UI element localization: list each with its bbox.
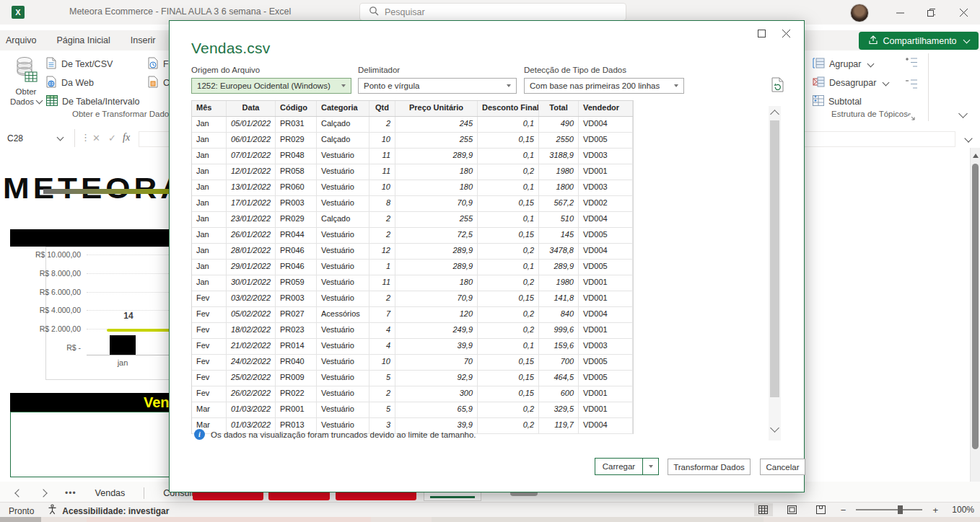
cell: 0,2 <box>478 307 539 322</box>
prev-sheet-icon[interactable] <box>14 489 22 497</box>
sheet-tab-vendas[interactable]: Vendas <box>95 488 126 498</box>
cell: 999,6 <box>539 323 579 338</box>
excel-app-icon[interactable]: X <box>12 6 25 19</box>
ribbon-button-text-csv[interactable]: De Text/CSV <box>46 55 139 74</box>
ribbon-button-web[interactable]: Da Web <box>46 74 139 92</box>
dropdown-file-origin[interactable]: 1252: Europeu Ocidental (Windows) <box>191 78 351 94</box>
cell: 17/01/2022 <box>227 196 276 211</box>
dropdown-delimiter[interactable]: Ponto e vírgula <box>358 78 517 94</box>
vscroll-thumb[interactable] <box>972 164 979 449</box>
dialog-close-icon[interactable] <box>775 24 797 43</box>
cell: Fev <box>192 323 227 338</box>
share-button[interactable]: Compartilhamento <box>859 32 979 50</box>
insert-function-icon[interactable]: fx <box>123 132 130 143</box>
scroll-up-icon[interactable] <box>973 154 979 158</box>
cell: 05/01/2022 <box>227 117 276 132</box>
cell: 65,9 <box>395 402 478 417</box>
cell: 10 <box>369 180 395 195</box>
ribbon-tab-arquivo[interactable]: Arquivo <box>6 35 36 45</box>
cell: 510 <box>539 212 579 227</box>
accessibility-status[interactable]: Acessibilidade: investigar <box>47 504 169 518</box>
cell: 28/01/2022 <box>227 244 276 259</box>
ribbon-tab-pagina-inicial[interactable]: Página Inicial <box>56 35 110 45</box>
table-row: Mar01/03/2022PR001Vestuário565,90,2329,5… <box>192 402 633 418</box>
transform-data-button[interactable]: Transformar Dados <box>668 459 751 475</box>
cell: 24/02/2022 <box>227 355 276 370</box>
cell: PR044 <box>276 228 317 243</box>
ribbon-button-label: Da Web <box>61 78 94 88</box>
collapse-ribbon-icon[interactable] <box>957 108 966 121</box>
load-button[interactable]: Carregar <box>595 459 643 474</box>
cell: 180 <box>395 180 478 195</box>
zoom-slider-thumb[interactable] <box>898 505 903 514</box>
cell: Mar <box>192 402 227 417</box>
show-detail-icon[interactable] <box>904 58 918 71</box>
ribbon-button-label: Desagrupar <box>829 78 876 88</box>
cell: VD005 <box>579 228 633 243</box>
table-row: Jan30/01/2022PR059Vestuário111800,21980V… <box>192 275 633 291</box>
table-row: Fev05/02/2022PR027Acessórios71200,2840VD… <box>192 307 633 323</box>
chart-x-label: jan <box>101 358 144 367</box>
table-row: Jan28/01/2022PR046Vestuário12289,90,2347… <box>192 244 633 260</box>
cell: Calçado <box>317 133 369 148</box>
page-break-view-icon[interactable] <box>812 503 831 516</box>
cell: 600 <box>539 386 579 402</box>
dialog-maximize-icon[interactable] <box>751 24 772 43</box>
cancel-button[interactable]: Cancelar <box>760 459 805 475</box>
scroll-down-icon[interactable] <box>770 423 779 433</box>
zoom-slider[interactable] <box>856 509 922 510</box>
close-icon[interactable] <box>949 0 978 25</box>
cell: 70,9 <box>395 196 478 211</box>
maximize-icon[interactable] <box>916 0 945 25</box>
cell: Jan <box>192 228 227 243</box>
cell: PR027 <box>276 307 317 322</box>
formula-enter-icon[interactable]: ✓ <box>108 133 116 143</box>
dialog-launcher-icon[interactable] <box>908 110 915 123</box>
dialog-vscroll-thumb[interactable] <box>770 120 779 397</box>
minimize-icon[interactable] <box>885 0 914 25</box>
cell: Fev <box>192 355 227 370</box>
zoom-out-icon[interactable]: − <box>841 505 846 516</box>
search-box[interactable]: Pesquisar <box>359 3 626 21</box>
cell: 0,1 <box>478 180 539 195</box>
normal-view-icon[interactable] <box>754 503 773 516</box>
cell: 1 <box>369 260 395 275</box>
table-row: Fev03/02/2022PR003Vestuário270,90,15141,… <box>192 291 633 307</box>
dialog-vscrollbar[interactable] <box>769 106 781 441</box>
name-box[interactable]: C28 <box>0 129 75 147</box>
user-avatar[interactable] <box>850 4 869 22</box>
zoom-in-icon[interactable]: + <box>932 505 938 516</box>
table-row: Fev26/02/2022PR022Vestuário23000,15600VD… <box>192 386 633 402</box>
ribbon-button-group[interactable]: Agrupar <box>813 55 888 74</box>
scroll-up-icon[interactable] <box>770 110 779 119</box>
cell: 0,15 <box>478 386 539 402</box>
table-row: Fev21/02/2022PR014Vestuário439,90,1159,6… <box>192 339 633 355</box>
cell: 0,15 <box>478 228 539 243</box>
cell: 7 <box>369 307 395 322</box>
cell: 1980 <box>539 164 579 180</box>
refresh-preview-icon[interactable] <box>771 77 784 95</box>
cell: Jan <box>192 180 227 195</box>
namebox-divider[interactable]: ⋮ <box>81 132 90 143</box>
worksheet-vscrollbar[interactable] <box>970 148 980 497</box>
cell: PR001 <box>276 402 317 417</box>
cell: PR022 <box>276 386 317 402</box>
cell: 2 <box>369 212 395 227</box>
ribbon-button-subtotal[interactable]: Subtotal <box>813 92 888 111</box>
more-sheets-icon[interactable]: ••• <box>65 488 76 498</box>
header-cell: Total <box>539 101 579 116</box>
ribbon-tab-inserir[interactable]: Inserir <box>131 35 156 45</box>
header-cell: Data <box>227 101 276 116</box>
load-dropdown-button[interactable] <box>643 459 658 474</box>
formula-cancel-icon[interactable]: ✕ <box>92 133 100 143</box>
cell: VD003 <box>579 339 633 354</box>
page-layout-view-icon[interactable] <box>783 503 802 516</box>
next-sheet-icon[interactable] <box>39 489 47 497</box>
hide-detail-icon[interactable] <box>904 79 918 92</box>
ribbon-button-ungroup[interactable]: Desagrupar <box>813 74 888 92</box>
cell: 72,5 <box>395 228 478 243</box>
cell: 249,9 <box>395 323 478 338</box>
ribbon-button-table-range[interactable]: De Tabela/Intervalo <box>46 92 139 111</box>
expand-formula-bar-icon[interactable] <box>963 133 971 146</box>
dropdown-type-detection[interactable]: Com base nas primeiras 200 linhas <box>524 78 684 94</box>
